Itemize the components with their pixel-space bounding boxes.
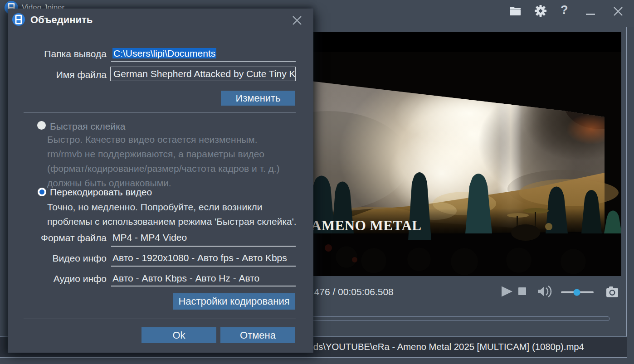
svg-text:AMENO METAL: AMENO METAL [311,218,421,233]
